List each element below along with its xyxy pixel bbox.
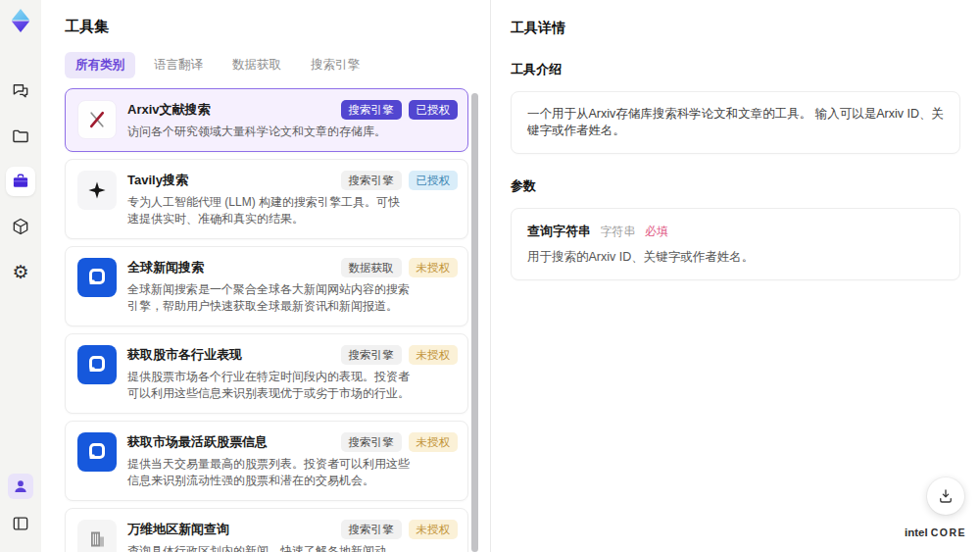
- page-title: 工具集: [65, 18, 490, 36]
- sidebar-item-settings[interactable]: ⚙: [6, 257, 35, 286]
- gear-icon: ⚙: [12, 263, 28, 281]
- category-badge: 数据获取: [341, 258, 402, 277]
- toolbox-icon: [11, 172, 30, 191]
- cube-icon: [11, 217, 30, 236]
- user-avatar[interactable]: [8, 474, 33, 499]
- tool-detail-panel: 工具详情 工具介绍 一个用于从Arxiv存储库搜索科学论文和文章的工具。 输入可…: [490, 0, 980, 552]
- tool-badges: 搜索引擎 未授权: [341, 432, 459, 452]
- auth-status-badge: 未授权: [409, 520, 459, 539]
- panel-toggle-icon: [11, 514, 30, 533]
- param-required-badge: 必填: [645, 225, 668, 238]
- tool-list-panel: 工具集 所有类别 语言翻译 数据获取 搜索引擎 Arxiv文献搜索 访问各个研究…: [41, 0, 490, 552]
- category-badge: 搜索引擎: [341, 432, 402, 452]
- news-blue-logo-icon: [77, 345, 117, 384]
- tool-card-tavily[interactable]: Tavily搜索 专为人工智能代理 (LLM) 构建的搜索引擎工具。可快速提供实…: [65, 159, 468, 239]
- tool-card-active-stocks[interactable]: 获取市场最活跃股票信息 提供当天交易量最高的股票列表。投资者可以利用这些信息来识…: [65, 421, 468, 501]
- user-icon: [12, 477, 29, 495]
- tool-card-arxiv[interactable]: Arxiv文献搜索 访问各个研究领域大量科学论文和文章的存储库。 搜索引擎 已授…: [65, 88, 468, 152]
- tool-desc: 专为人工智能代理 (LLM) 构建的搜索引擎工具。可快速提供实时、准确和真实的结…: [127, 194, 410, 227]
- intro-heading: 工具介绍: [511, 61, 960, 78]
- param-desc: 用于搜索的Arxiv ID、关键字或作者姓名。: [527, 249, 944, 266]
- rail-bottom: [6, 474, 35, 538]
- param-card: 查询字符串 字符串 必填 用于搜索的Arxiv ID、关键字或作者姓名。: [511, 208, 960, 280]
- tab-all-categories[interactable]: 所有类别: [65, 52, 135, 78]
- auth-status-badge: 已授权: [409, 171, 459, 190]
- category-badge: 搜索引擎: [341, 520, 402, 539]
- app-logo-icon: [8, 8, 33, 33]
- news-blue-logo-icon: [77, 258, 117, 297]
- auth-status-badge: 已授权: [409, 100, 459, 120]
- category-badge: 搜索引擎: [341, 171, 402, 190]
- tool-desc: 全球新闻搜索是一个聚合全球各大新闻网站内容的搜索引擎，帮助用户快速获取全球最新资…: [127, 281, 410, 315]
- tool-badges: 搜索引擎 未授权: [341, 520, 459, 539]
- tool-desc: 提供当天交易量最高的股票列表。投资者可以利用这些信息来识别流动性强的股票和潜在的…: [127, 456, 410, 489]
- intel-core-logo: intel CORE: [905, 527, 966, 538]
- sidebar-item-files[interactable]: [6, 122, 35, 151]
- chat-icon: [11, 81, 30, 101]
- folder-icon: [11, 126, 30, 146]
- left-rail: ⚙: [0, 0, 41, 552]
- category-badge: 搜索引擎: [341, 345, 402, 365]
- tab-language-translation[interactable]: 语言翻译: [143, 52, 214, 78]
- tool-card-global-news[interactable]: 全球新闻搜索 全球新闻搜索是一个聚合全球各大新闻网站内容的搜索引擎，帮助用户快速…: [65, 246, 468, 326]
- param-name: 查询字符串: [527, 224, 591, 238]
- params-heading: 参数: [511, 177, 960, 195]
- arxiv-logo-icon: [77, 100, 117, 139]
- tool-badges: 搜索引擎 已授权: [341, 100, 459, 120]
- detail-title: 工具详情: [511, 20, 960, 37]
- building-news-icon: [77, 520, 117, 552]
- panel-toggle-button[interactable]: [6, 509, 35, 538]
- tool-desc: 查询具体行政区划内的新闻，快速了解各地新闻动: [127, 543, 386, 552]
- auth-status-badge: 未授权: [409, 432, 459, 452]
- param-header: 查询字符串 字符串 必填: [527, 223, 944, 240]
- tool-badges: 搜索引擎 已授权: [341, 171, 459, 190]
- list-scrollbar[interactable]: [471, 93, 478, 552]
- auth-status-badge: 未授权: [409, 258, 459, 277]
- category-badge: 搜索引擎: [341, 100, 402, 120]
- tool-card-regional-news[interactable]: 万维地区新闻查询 查询具体行政区划内的新闻，快速了解各地新闻动 搜索引擎 未授权: [65, 508, 468, 552]
- param-type: 字符串: [600, 225, 635, 238]
- category-tabs: 所有类别 语言翻译 数据获取 搜索引擎: [65, 52, 490, 78]
- tab-search-engine[interactable]: 搜索引擎: [300, 52, 370, 78]
- tool-badges: 搜索引擎 未授权: [341, 345, 459, 365]
- tab-data-fetch[interactable]: 数据获取: [221, 52, 292, 78]
- sidebar-item-chat[interactable]: [6, 76, 35, 106]
- intro-text: 一个用于从Arxiv存储库搜索科学论文和文章的工具。 输入可以是Arxiv ID…: [527, 107, 944, 137]
- news-blue-logo-icon: [77, 432, 117, 472]
- brand-intel-text: intel: [905, 527, 928, 538]
- tavily-star-icon: [77, 171, 117, 210]
- auth-status-badge: 未授权: [409, 345, 459, 365]
- tool-list: Arxiv文献搜索 访问各个研究领域大量科学论文和文章的存储库。 搜索引擎 已授…: [65, 88, 468, 552]
- intro-card: 一个用于从Arxiv存储库搜索科学论文和文章的工具。 输入可以是Arxiv ID…: [511, 91, 960, 154]
- tool-badges: 数据获取 未授权: [341, 258, 459, 277]
- app-window: ⚙ 工具集 所有类别 语言翻译 数据获取: [0, 0, 980, 552]
- download-button[interactable]: [927, 477, 964, 515]
- sidebar-item-models[interactable]: [6, 212, 35, 241]
- sidebar-item-tools[interactable]: [6, 167, 35, 196]
- brand-core-text: CORE: [931, 527, 966, 538]
- rail-nav: ⚙: [6, 76, 35, 286]
- download-icon: [937, 487, 955, 505]
- tool-card-stock-sectors[interactable]: 获取股市各行业表现 提供股票市场各个行业在特定时间段内的表现。投资者可以利用这些…: [65, 333, 468, 414]
- tool-desc: 访问各个研究领域大量科学论文和文章的存储库。: [127, 124, 386, 140]
- tool-desc: 提供股票市场各个行业在特定时间段内的表现。投资者可以利用这些信息来识别表现优于或…: [127, 369, 410, 402]
